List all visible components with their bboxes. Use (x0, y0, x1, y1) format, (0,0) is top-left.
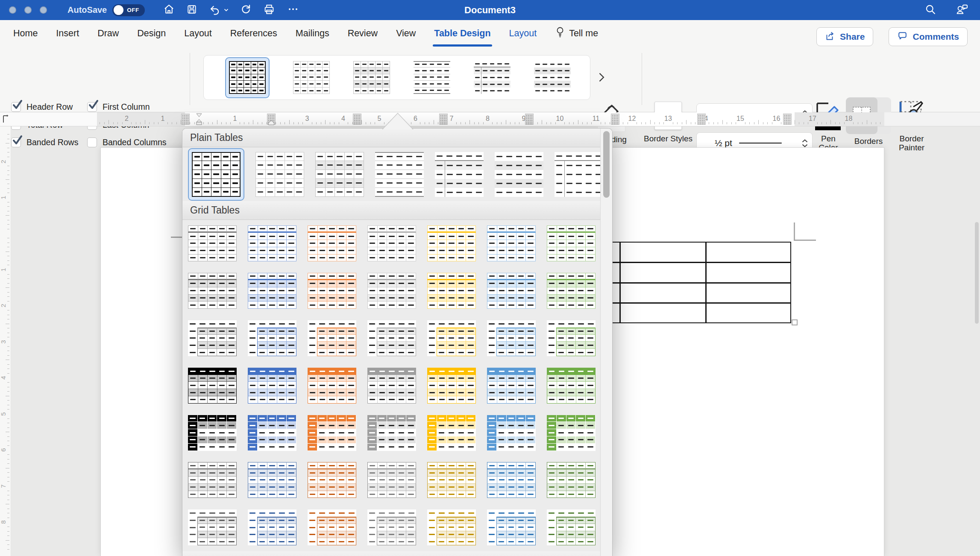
table-style-thumbnail-p4[interactable] (375, 152, 424, 197)
table-style-thumbnail-g2[interactable] (248, 273, 296, 309)
table-style-thumbnail-g2[interactable] (427, 273, 476, 309)
checkbox-banded-columns[interactable]: Banded Columns (87, 138, 167, 147)
table-column-grip[interactable] (353, 114, 361, 125)
tab-layout[interactable]: Layout (509, 27, 537, 40)
table-style-thumbnail-p1[interactable] (192, 152, 241, 197)
print-icon[interactable] (263, 3, 275, 17)
table-style-thumbnail-p2[interactable] (255, 152, 304, 197)
tab-table-design[interactable]: Table Design (434, 27, 490, 40)
table-style-thumbnail-g3[interactable] (547, 320, 596, 356)
table-style-thumbnail-p6[interactable] (534, 61, 571, 94)
table-style-thumbnail-g1[interactable] (308, 225, 356, 261)
table-style-thumbnail-g2[interactable] (487, 273, 536, 309)
table-style-thumbnail-g6[interactable] (308, 462, 356, 498)
table-style-thumbnail-g4[interactable] (188, 368, 237, 404)
table-style-thumbnail-g5[interactable] (367, 415, 416, 451)
tab-tell-me[interactable]: Tell me (555, 27, 598, 40)
horizontal-ruler[interactable]: 21123456789101112131415161718 (0, 112, 980, 126)
borders-label[interactable]: Borders (848, 137, 889, 146)
save-icon[interactable] (186, 4, 197, 17)
table-style-thumbnail-g2[interactable] (367, 273, 416, 309)
table-column-grip[interactable] (181, 114, 190, 125)
table-style-thumbnail-g2[interactable] (308, 273, 356, 309)
home-icon[interactable] (163, 3, 175, 17)
table-style-thumbnail-g1[interactable] (547, 225, 596, 261)
vertical-ruler[interactable]: 2112345678 (0, 126, 11, 556)
table-style-thumbnail-g3[interactable] (427, 320, 476, 356)
table-column-grip[interactable] (611, 114, 619, 125)
table-style-thumbnail-g4[interactable] (427, 368, 476, 404)
window-controls[interactable] (9, 6, 47, 14)
table-style-thumbnail-g5[interactable] (427, 415, 476, 451)
table-style-thumbnail-g4[interactable] (367, 368, 416, 404)
tab-insert[interactable]: Insert (56, 27, 79, 40)
table-style-thumbnail-g1[interactable] (487, 225, 536, 261)
selected-table-style[interactable] (225, 57, 270, 98)
table-style-thumbnail-p6[interactable] (495, 152, 543, 197)
tab-home[interactable]: Home (13, 27, 38, 40)
table-style-thumbnail-p5[interactable] (474, 61, 511, 94)
more-commands-icon[interactable] (287, 3, 299, 17)
tab-design[interactable]: Design (137, 27, 166, 40)
table-column-grip[interactable] (783, 114, 792, 125)
minimize-window-button[interactable] (24, 6, 32, 14)
table-style-thumbnail-g4[interactable] (547, 368, 596, 404)
table-style-thumbnail-g4[interactable] (308, 368, 356, 404)
table-style-thumbnail-g6[interactable] (367, 462, 416, 498)
table-style-thumbnail-g5[interactable] (308, 415, 356, 451)
undo-icon[interactable] (209, 4, 229, 16)
table-style-thumbnail-g6[interactable] (248, 462, 296, 498)
table-style-thumbnail-p3[interactable] (315, 152, 364, 197)
dropdown-scrollbar-thumb[interactable] (603, 131, 610, 198)
table-style-thumbnail-g7[interactable] (248, 509, 296, 545)
autosave-toggle[interactable]: OFF (112, 4, 145, 16)
table-style-thumbnail-g3[interactable] (308, 320, 356, 356)
redo-icon[interactable] (240, 3, 252, 17)
table-style-thumbnail-g5[interactable] (547, 415, 596, 451)
border-painter-label[interactable]: Border Painter (892, 134, 931, 152)
table-style-thumbnail-g1[interactable] (188, 225, 237, 261)
table-style-thumbnail-p5[interactable] (435, 152, 484, 197)
table-style-thumbnail-p4[interactable] (414, 61, 450, 94)
table-style-thumbnail-g7[interactable] (487, 509, 536, 545)
zoom-window-button[interactable] (40, 6, 47, 14)
comments-button[interactable]: Comments (889, 27, 968, 46)
table-style-thumbnail-p1[interactable] (229, 61, 266, 94)
table-style-thumbnail-g6[interactable] (188, 462, 237, 498)
search-icon[interactable] (924, 3, 936, 17)
share-button[interactable]: Share (816, 27, 873, 46)
table-style-thumbnail-p7[interactable] (555, 152, 600, 197)
table-style-thumbnail-g7[interactable] (547, 509, 596, 545)
share-contacts-icon[interactable] (955, 3, 969, 17)
table-style-thumbnail-g1[interactable] (367, 225, 416, 261)
table-style-thumbnail-g5[interactable] (248, 415, 296, 451)
table-style-thumbnail-g4[interactable] (487, 368, 536, 404)
table-style-thumbnail-g3[interactable] (487, 320, 536, 356)
table-style-thumbnail-g1[interactable] (427, 225, 476, 261)
table-style-thumbnail-g3[interactable] (367, 320, 416, 356)
table-style-thumbnail-g6[interactable] (427, 462, 476, 498)
table-style-thumbnail-p2[interactable] (293, 61, 330, 94)
table-column-grip[interactable] (697, 114, 706, 125)
table-style-thumbnail-g1[interactable] (248, 225, 296, 261)
checkbox-header-row[interactable]: Header Row (11, 102, 73, 112)
table-column-grip[interactable] (525, 114, 534, 125)
checkbox-first-column[interactable]: First Column (87, 102, 150, 112)
table-style-thumbnail-g2[interactable] (188, 273, 237, 309)
tab-mailings[interactable]: Mailings (296, 27, 329, 40)
table-style-thumbnail-g7[interactable] (427, 509, 476, 545)
tab-draw[interactable]: Draw (97, 27, 119, 40)
table-style-thumbnail-g7[interactable] (308, 509, 356, 545)
table-style-thumbnail-g5[interactable] (188, 415, 237, 451)
tab-references[interactable]: References (230, 27, 277, 40)
checkbox-banded-rows[interactable]: Banded Rows (11, 138, 78, 147)
tab-stop-selector-icon[interactable] (1, 114, 11, 126)
table-resize-handle[interactable] (792, 319, 798, 325)
gallery-scroll-right-icon[interactable] (599, 73, 604, 84)
table-style-thumbnail-g4[interactable] (248, 368, 296, 404)
table-style-thumbnail-g7[interactable] (188, 509, 237, 545)
table-style-thumbnail-g7[interactable] (367, 509, 416, 545)
border-styles-label[interactable]: Border Styles (643, 134, 694, 143)
table-style-thumbnail-g6[interactable] (547, 462, 596, 498)
table-style-thumbnail-p3[interactable] (353, 61, 390, 94)
